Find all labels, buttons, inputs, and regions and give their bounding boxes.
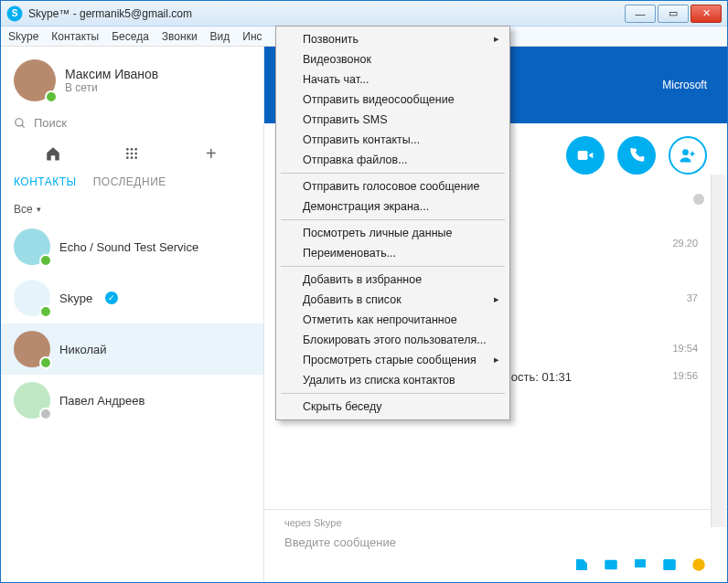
menu-item[interactable]: Позвонить: [279, 29, 507, 49]
window-buttons: — ▭ ✕: [623, 5, 722, 23]
search-placeholder: Поиск: [34, 116, 67, 130]
menu-item[interactable]: Переименовать...: [279, 243, 507, 263]
contact-filter[interactable]: Все ▾: [1, 197, 263, 221]
svg-point-7: [126, 153, 129, 155]
menu-item[interactable]: Отправить видеосообщение: [279, 90, 507, 110]
send-file-icon[interactable]: [573, 556, 590, 573]
window-title: Skype™ - germanik5@gmail.com: [28, 7, 623, 20]
menu-contacts[interactable]: Контакты: [51, 30, 99, 43]
contact-avatar: [14, 382, 50, 419]
menu-item[interactable]: Видеозвонок: [279, 49, 507, 69]
maximize-button[interactable]: ▭: [658, 5, 689, 23]
via-label: через Skype: [264, 510, 727, 530]
menu-item[interactable]: Удалить из списка контактов: [279, 370, 507, 390]
menu-item[interactable]: Добавить в список: [279, 290, 507, 310]
contact-avatar: [14, 280, 50, 316]
svg-point-11: [131, 156, 134, 159]
self-name: Максим Иванов: [65, 67, 158, 81]
self-status: В сети: [65, 81, 158, 94]
menu-separator: [281, 393, 505, 394]
svg-point-6: [135, 148, 138, 151]
menu-item[interactable]: Блокировать этого пользователя...: [279, 330, 507, 350]
svg-point-14: [682, 149, 689, 155]
home-icon[interactable]: [44, 144, 62, 163]
contact-row[interactable]: Echo / Sound Test Service: [1, 221, 263, 272]
send-video-msg-icon[interactable]: [632, 556, 648, 573]
menu-item[interactable]: Посмотреть личные данные: [279, 223, 507, 243]
menu-item[interactable]: Отправить голосовое сообщение: [279, 176, 507, 196]
send-photo-icon[interactable]: [603, 556, 619, 573]
contact-row[interactable]: Павел Андреев: [1, 375, 263, 426]
sidebar-tabs: КОНТАКТЫ ПОСЛЕДНИЕ: [1, 170, 263, 197]
close-button[interactable]: ✕: [691, 5, 722, 23]
svg-point-12: [135, 156, 138, 159]
timestamp: 37: [687, 292, 698, 305]
menu-calls[interactable]: Звонки: [162, 30, 198, 43]
sidebar-icon-row: +: [1, 137, 263, 170]
video-call-button[interactable]: [566, 136, 605, 175]
search-box[interactable]: Поиск: [1, 109, 263, 137]
self-avatar: [14, 59, 56, 101]
menu-separator: [281, 173, 505, 174]
presence-icon: [39, 305, 52, 318]
compose-toolbar: [264, 553, 727, 582]
skype-logo-icon: S: [6, 5, 23, 22]
tab-recent[interactable]: ПОСЛЕДНИЕ: [93, 175, 166, 188]
filter-label: Все: [14, 203, 33, 216]
menu-item[interactable]: Отправка файлов...: [279, 150, 507, 170]
menu-item[interactable]: Отправить SMS: [279, 110, 507, 130]
svg-point-18: [692, 558, 705, 571]
self-profile[interactable]: Максим Иванов В сети: [1, 47, 263, 109]
menu-item[interactable]: Отправить контакты...: [279, 130, 507, 150]
contact-name: Павел Андреев: [59, 394, 145, 408]
dialpad-icon[interactable]: [123, 144, 141, 163]
svg-point-5: [131, 148, 134, 151]
contact-avatar: [14, 331, 50, 367]
search-icon: [14, 117, 27, 130]
menu-conversation[interactable]: Беседа: [112, 30, 149, 43]
tab-contacts[interactable]: КОНТАКТЫ: [14, 175, 77, 188]
svg-line-3: [22, 124, 25, 127]
presence-icon: [39, 408, 52, 420]
audio-call-button[interactable]: [617, 136, 656, 175]
menu-skype[interactable]: Skype: [8, 30, 38, 43]
svg-point-9: [135, 153, 138, 155]
app-window: S Skype™ - germanik5@gmail.com — ▭ ✕ Sky…: [0, 0, 728, 583]
scrollbar[interactable]: [711, 175, 725, 527]
contact-row[interactable]: Skype✓: [1, 272, 263, 323]
svg-point-4: [126, 148, 129, 151]
contact-avatar: [14, 228, 50, 265]
svg-rect-16: [605, 560, 617, 570]
contact-name: Skype: [59, 292, 92, 305]
timestamp: 19:56: [672, 369, 698, 383]
menu-item[interactable]: Просмотреть старые сообщения: [279, 350, 507, 370]
svg-point-8: [131, 153, 134, 155]
menu-item[interactable]: Демонстрация экрана...: [279, 196, 507, 217]
emoji-icon[interactable]: [691, 556, 707, 573]
sidebar: Максим Иванов В сети Поиск +: [1, 47, 264, 582]
menu-view[interactable]: Вид: [210, 30, 230, 43]
contact-row[interactable]: Николай: [1, 323, 263, 375]
menu-item[interactable]: Начать чат...: [279, 69, 507, 90]
menu-separator: [281, 219, 505, 220]
menu-separator: [281, 266, 505, 267]
gear-icon[interactable]: [691, 191, 707, 207]
menu-item[interactable]: Добавить в избранное: [279, 270, 507, 290]
presence-icon: [39, 356, 52, 369]
add-people-button[interactable]: [669, 136, 707, 175]
contact-name: Николай: [59, 343, 107, 356]
contact-list: Echo / Sound Test ServiceSkype✓НиколайПа…: [1, 221, 263, 582]
svg-point-15: [693, 194, 704, 205]
add-icon[interactable]: +: [202, 144, 220, 163]
menu-tools[interactable]: Инс: [242, 30, 262, 43]
send-contact-icon[interactable]: [661, 556, 678, 573]
compose-input[interactable]: Введите сообщение: [264, 530, 727, 553]
menu-item[interactable]: Отметить как непрочитанное: [279, 310, 507, 330]
svg-rect-17: [663, 559, 676, 570]
titlebar: S Skype™ - germanik5@gmail.com — ▭ ✕: [1, 1, 727, 26]
svg-point-10: [126, 156, 129, 159]
menu-item[interactable]: Скрыть беседу: [279, 397, 507, 417]
minimize-button[interactable]: —: [625, 5, 656, 23]
svg-rect-13: [578, 151, 588, 160]
timestamp: 19:54: [672, 342, 698, 355]
